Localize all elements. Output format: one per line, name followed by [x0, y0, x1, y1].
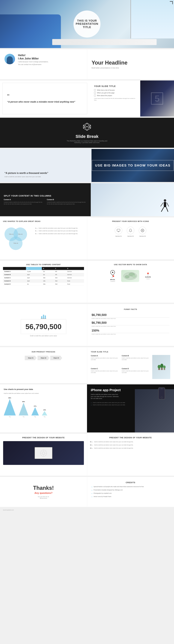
maps-section: USE VECTOR MAPS TO SHOW DATA 📍 BRAZIL 12… [87, 261, 174, 303]
quote-mark: " [7, 94, 82, 99]
step-label-3: Draft to draft this and deliver some val… [39, 233, 78, 234]
tri-4 [42, 411, 47, 416]
profile-contact: You can contact me at @username [18, 64, 48, 66]
slide-break-subtitle: This Marketing Slide is a maximum that u… [64, 140, 110, 144]
quote-section: " “A person who never made a mistake nev… [2, 83, 87, 114]
content-d-text: Draft to draft this and deliver some val… [122, 370, 151, 374]
fact-2-number: $6,790,500 [92, 321, 170, 326]
website-steps-heading: PRESENT THE DESIGN OF YOUR WEBSITE [90, 437, 171, 439]
credit-text-1: Presentation template designed by Slides… [93, 489, 123, 491]
thanks-contact: You can find me at: @username [38, 496, 49, 499]
charts-section: Use charts to present your data Draft to… [0, 384, 87, 432]
shapes-heading: USE SHAPES TO EXPLAIN GREAT IDEAS [3, 220, 84, 222]
services-heading: PRESENT YOUR SERVICES WITH ICONS [90, 220, 171, 222]
profile-description: I write because I love to design present… [18, 61, 48, 63]
slide-profile-headline: Hello!I Am John Miller I write because I… [0, 49, 174, 79]
content-grid: Content A Draft to draft this and delive… [91, 355, 151, 379]
slide-title2-heading: YOUR SLIDE TITLE [91, 351, 171, 353]
table-row-2: Content B4per3yr4thService [3, 273, 84, 276]
website-step-2: 02 — Draft to draft this and deliver som… [90, 444, 171, 446]
tables-heading: USE TABLES TO COMPARE CONTENT [3, 264, 84, 266]
svg-line-12 [166, 207, 168, 212]
hero-table [52, 39, 157, 45]
hero-title: THIS IS YOURPRESENTATIONTITLE [76, 19, 98, 29]
credits-title: CREDITS [92, 482, 170, 484]
big-number-section: 56,790,500 Draft to draft this and deliv… [0, 304, 87, 346]
iphone-step-2: — Draft to draft this and deliver some v… [91, 404, 170, 406]
service-label-3: Service 03 [139, 236, 146, 237]
table-row-5: Content E4p3da5tet5can [3, 282, 84, 286]
col-b-text: Content B draft to draft the the the the… [47, 201, 87, 205]
services-section: PRESENT YOUR SERVICES WITH ICONS Service… [87, 218, 174, 260]
website-step-3: 03 — Draft to draft this and deliver som… [90, 447, 171, 449]
slide-quote-slidetitle: " “A person who never made a mistake nev… [0, 80, 174, 116]
fact-2-label: Draft to draft this and deliver some val… [92, 326, 170, 327]
tri-2 [19, 403, 28, 416]
slide10-image [152, 355, 170, 379]
map-pins-container: 📍 BRAZIL 12345678 📍 EUROPE 45,643 [90, 270, 171, 282]
credit-item-0: • Special thanks to all people who made … [92, 486, 170, 488]
svg-point-16 [142, 230, 143, 231]
hero-title-circle: THIS IS YOURPRESENTATIONTITLE [73, 10, 101, 38]
avatar [4, 54, 15, 64]
fact-item-3: 150% Draft to draft this and deliver som… [92, 329, 170, 335]
thanks-section: Thanks! Any questions? You can find me a… [0, 477, 87, 507]
checkbox-2 [94, 92, 96, 94]
checklist-item-1: Write here a list of focuses [94, 89, 136, 91]
iphone-content: iPhone app Project Draft to draft this a… [91, 388, 170, 406]
big-number-sub: Draft to draft this and deliver some val… [30, 335, 57, 337]
pin-brazil-sub: 12345678 [110, 281, 115, 282]
svg-line-11 [161, 207, 164, 212]
checkbox-3 [94, 94, 96, 96]
credits-section: CREDITS • Special thanks to all people w… [87, 477, 174, 507]
quote2-sub: Draft to draft this and deliver same val… [4, 176, 87, 178]
pin-europe: 📍 EUROPE 45,643 [145, 273, 151, 280]
col-header-a: A [26, 267, 42, 270]
svg-rect-8 [164, 202, 166, 207]
tri-3 [31, 407, 39, 416]
chart-bar-4: 13% Pg [42, 409, 47, 418]
credit-text-2: Photographs by unsplash.com [93, 492, 112, 494]
website-steps-list: 01 — Draft to draft this and deliver som… [90, 441, 171, 449]
svg-line-38 [44, 454, 46, 456]
x-label-1: Pg [9, 416, 10, 418]
content-c-title: Content C [91, 368, 120, 370]
funny-facts-section: FUNNY FACTS $6,790,500 Draft to draft th… [87, 304, 174, 346]
thanks-questions: Any questions? [34, 492, 52, 494]
col-header-0 [3, 267, 26, 270]
svg-point-28 [160, 364, 163, 368]
slide-charts-iphone: Use charts to present your data Draft to… [0, 384, 174, 432]
svg-line-37 [41, 451, 43, 452]
pin-brazil: 📍 BRAZIL 12345678 [110, 270, 115, 282]
svg-point-26 [158, 365, 161, 368]
process-heading: OUR PRODUCT PROCESS [4, 351, 83, 353]
content-columns: Content A Content A draft to draft the t… [4, 199, 87, 205]
iphone-title: iPhone app Project [91, 388, 170, 392]
chart-bar-3: 37% Pg [31, 406, 39, 418]
hero-window [131, 0, 174, 38]
charts-heading: Use charts to present your data [4, 388, 83, 390]
geometric-icon [82, 122, 92, 132]
headline-subtitle: Build better presentations in less time [92, 67, 170, 69]
svg-line-40 [41, 454, 43, 456]
checklist-label-2: When you get to this page [97, 92, 114, 94]
svg-rect-13 [117, 229, 120, 231]
pct-label-4: 13% [43, 409, 46, 411]
credit-item-3: • Vector Icons by Freepik.Team [92, 496, 170, 498]
checklist-item-2: When you get to this page [94, 92, 136, 94]
headline-title: Your Headline [92, 60, 170, 66]
pin-europe-label: EUROPE [145, 276, 151, 278]
slide-quote-bigimage: “A picture is worth a thousand words” Dr… [0, 149, 174, 182]
col-header-d: D [66, 267, 84, 270]
quote2-section: “A picture is worth a thousand words” Dr… [0, 149, 92, 182]
fact-1-label: Draft to draft this and deliver some val… [92, 318, 170, 319]
pct-label-3: 37% [34, 406, 36, 407]
content-b-text: Draft to draft this and deliver some val… [122, 357, 151, 360]
service-icon-2 [127, 227, 134, 234]
website-preview [3, 441, 84, 465]
credit-text-0: Special thanks to all people who made an… [93, 486, 144, 488]
svg-rect-23 [45, 316, 46, 318]
col-a-title: Content A [4, 199, 44, 200]
avatar-figure [7, 56, 13, 64]
fact-3-number: 150% [92, 329, 170, 333]
